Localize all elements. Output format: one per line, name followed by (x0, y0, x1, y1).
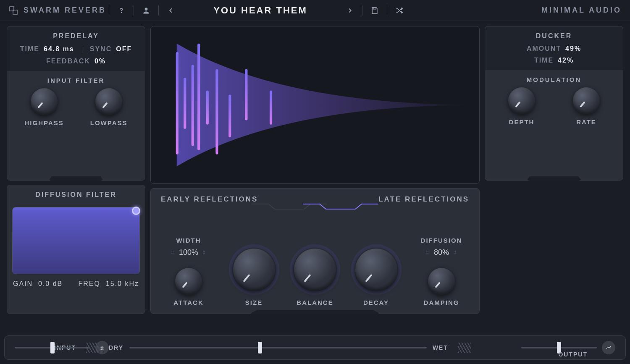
drywet-slider[interactable] (129, 347, 427, 348)
size-knob[interactable] (233, 249, 275, 291)
ducker-amount-label: AMOUNT (527, 45, 561, 52)
dry-label: DRY (109, 344, 123, 351)
svg-point-3 (145, 8, 148, 10)
size-label: SIZE (245, 299, 262, 306)
width-label: WIDTH (176, 237, 201, 244)
grip-dots-icon: ⠿ (202, 250, 206, 255)
balance-label: BALANCE (297, 299, 333, 306)
input-slider[interactable] (15, 347, 90, 348)
predelay-sync-label: SYNC (90, 45, 112, 53)
lowpass-knob[interactable] (95, 88, 122, 115)
predelay-feedback-label: FEEDBACK (46, 58, 90, 65)
next-preset-button[interactable] (342, 4, 358, 17)
depth-label: DEPTH (509, 118, 535, 126)
plugin-logo-icon (8, 5, 18, 16)
input-filter-title: INPUT FILTER (7, 77, 145, 84)
diffusion-filter-display[interactable] (12, 207, 140, 274)
diff-gain-value[interactable]: 0.0 dB (38, 280, 63, 287)
predelay-title: PREDELAY (15, 32, 137, 40)
svg-rect-11 (228, 95, 231, 138)
limiter-button[interactable] (602, 341, 615, 354)
ducker-amount-value[interactable]: 49% (565, 45, 581, 52)
diff-freq-label: FREQ (79, 280, 100, 287)
attack-knob[interactable] (175, 268, 202, 295)
ducker-time-value[interactable]: 42% (558, 57, 574, 64)
diffusion-filter-handle[interactable] (132, 207, 140, 215)
divider-hash-icon (458, 343, 471, 353)
wet-label: WET (433, 344, 448, 351)
svg-rect-7 (192, 65, 194, 146)
damping-knob[interactable] (428, 268, 455, 295)
balance-knob[interactable] (294, 249, 336, 291)
top-bar: SWARM REVERB YOU HEAR THEM MINIMAL AUDIO (0, 0, 630, 21)
early-reflections-title: EARLY REFLECTIONS (161, 195, 258, 204)
diff-gain-label: GAIN (13, 280, 33, 287)
predelay-feedback-value[interactable]: 0% (94, 58, 106, 65)
decay-knob[interactable] (355, 249, 397, 291)
ducker-panel: DUCKER AMOUNT 49% TIME 42% MODULATION DE… (485, 26, 623, 181)
predelay-panel: PREDELAY TIME 64.8 ms SYNC OFF FEEDBACK … (7, 26, 145, 181)
plugin-name: SWARM REVERB (24, 6, 106, 15)
depth-knob[interactable] (508, 87, 535, 114)
output-slider[interactable] (521, 347, 597, 348)
account-button[interactable] (138, 4, 154, 17)
rate-label: RATE (576, 118, 596, 126)
bottom-bar: INPUT DRY WET OUTPUT (4, 335, 626, 360)
ducker-title: DUCKER (493, 32, 615, 40)
svg-rect-4 (373, 7, 376, 9)
svg-rect-10 (215, 69, 218, 155)
preset-name[interactable]: YOU HEAR THEM (181, 5, 340, 16)
width-value[interactable]: 100% (179, 248, 198, 257)
help-button[interactable] (113, 4, 129, 17)
svg-rect-8 (197, 44, 200, 150)
diffusion-filter-panel: DIFFUSION FILTER GAIN 0.0 dB FREQ 15.0 k… (7, 185, 145, 314)
decay-label: DECAY (363, 299, 389, 306)
diffusion-filter-title: DIFFUSION FILTER (7, 191, 145, 199)
predelay-sync-value[interactable]: OFF (116, 45, 132, 53)
highpass-knob[interactable] (31, 88, 58, 115)
reflections-panel: EARLY REFLECTIONS LATE REFLECTIONS WIDTH… (150, 188, 480, 314)
grip-dots-icon: ⠿ (426, 250, 430, 255)
lowpass-label: LOWPASS (90, 119, 128, 126)
highpass-label: HIGHPASS (25, 119, 64, 126)
svg-point-2 (121, 12, 122, 13)
attack-label: ATTACK (173, 299, 203, 306)
svg-rect-5 (176, 52, 178, 155)
random-preset-button[interactable] (391, 4, 407, 17)
diffusion-value[interactable]: 80% (434, 248, 449, 257)
diffusion-label: DIFFUSION (421, 237, 462, 244)
svg-rect-12 (245, 69, 247, 120)
prev-preset-button[interactable] (163, 4, 179, 17)
visualizer (150, 26, 480, 184)
output-label: OUTPUT (558, 351, 588, 358)
grip-dots-icon: ⠿ (453, 250, 457, 255)
svg-rect-9 (206, 90, 209, 124)
grip-dots-icon: ⠿ (171, 250, 175, 255)
predelay-time-value[interactable]: 64.8 ms (44, 45, 74, 53)
damping-label: DAMPING (424, 299, 459, 306)
svg-rect-6 (184, 78, 186, 129)
predelay-time-label: TIME (20, 45, 39, 53)
ducker-time-label: TIME (534, 57, 554, 64)
modulation-title: MODULATION (485, 76, 623, 83)
rate-knob[interactable] (573, 87, 600, 114)
brand-label: MINIMAL AUDIO (541, 6, 622, 15)
late-reflections-title: LATE REFLECTIONS (378, 195, 469, 204)
svg-rect-13 (270, 90, 272, 124)
diff-freq-value[interactable]: 15.0 kHz (106, 280, 139, 287)
save-preset-button[interactable] (367, 4, 383, 17)
